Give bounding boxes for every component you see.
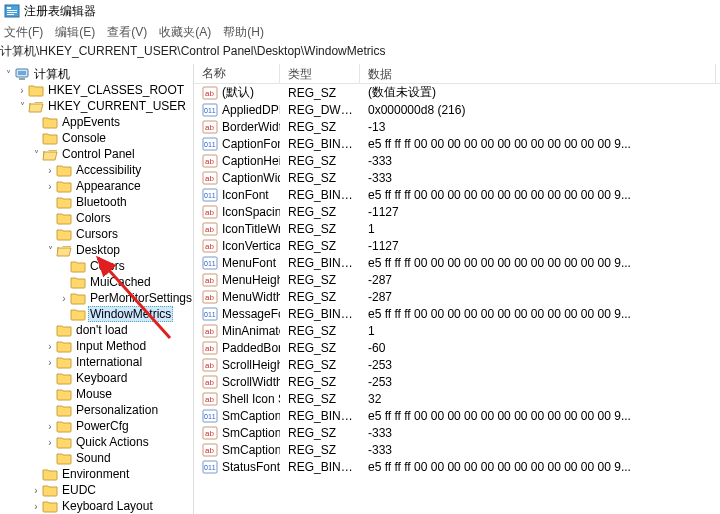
expand-toggle[interactable]: ˅	[44, 243, 56, 257]
value-name: SmCaptionWidth	[222, 443, 280, 457]
value-row[interactable]: 011AppliedDPIREG_DWORD0x000000d8 (216)	[194, 101, 720, 118]
tree-item[interactable]: Console	[2, 130, 193, 146]
string-icon: ab	[202, 272, 218, 288]
col-data[interactable]: 数据	[360, 64, 716, 83]
value-row[interactable]: 011CaptionFontREG_BINARYe5 ff ff ff 00 0…	[194, 135, 720, 152]
value-row[interactable]: 011StatusFontREG_BINARYe5 ff ff ff 00 00…	[194, 458, 720, 475]
menu-file[interactable]: 文件(F)	[4, 24, 43, 41]
value-row[interactable]: abMenuHeightREG_SZ-287	[194, 271, 720, 288]
folder-icon	[56, 195, 72, 209]
svg-text:ab: ab	[205, 429, 214, 438]
tree-item[interactable]: ›PowerCfg	[2, 418, 193, 434]
tree-item[interactable]: Keyboard	[2, 370, 193, 386]
tree-item[interactable]: ›HKEY_CLASSES_ROOT	[2, 82, 193, 98]
expand-toggle[interactable]: ›	[44, 339, 56, 353]
col-name[interactable]: 名称	[194, 64, 280, 83]
value-row[interactable]: 011MessageFontREG_BINARYe5 ff ff ff 00 0…	[194, 305, 720, 322]
tree-item[interactable]: Mouse	[2, 386, 193, 402]
value-row[interactable]: abSmCaptionHeig...REG_SZ-333	[194, 424, 720, 441]
tree-item[interactable]: ›International	[2, 354, 193, 370]
value-row[interactable]: 011SmCaptionFontREG_BINARYe5 ff ff ff 00…	[194, 407, 720, 424]
tree-pane[interactable]: ˅计算机›HKEY_CLASSES_ROOT˅HKEY_CURRENT_USER…	[0, 64, 194, 514]
tree-item[interactable]: ˅Desktop	[2, 242, 193, 258]
tree-root[interactable]: ˅计算机	[2, 66, 193, 82]
tree-item[interactable]: AppEvents	[2, 114, 193, 130]
value-row[interactable]: abPaddedBorder...REG_SZ-60	[194, 339, 720, 356]
value-row[interactable]: abShell Icon SizeREG_SZ32	[194, 390, 720, 407]
expand-toggle[interactable]: ˅	[30, 147, 42, 161]
expand-toggle[interactable]: ›	[44, 179, 56, 193]
tree-item[interactable]: ˅HKEY_CURRENT_USER	[2, 98, 193, 114]
value-row[interactable]: 011IconFontREG_BINARYe5 ff ff ff 00 00 0…	[194, 186, 720, 203]
folder-icon	[56, 371, 72, 385]
menu-view[interactable]: 查看(V)	[107, 24, 147, 41]
tree-item[interactable]: Sound	[2, 450, 193, 466]
value-row[interactable]: abIconVerticalSpa...REG_SZ-1127	[194, 237, 720, 254]
value-row[interactable]: 011MenuFontREG_BINARYe5 ff ff ff 00 00 0…	[194, 254, 720, 271]
expand-toggle[interactable]: ›	[44, 419, 56, 433]
svg-text:ab: ab	[205, 157, 214, 166]
value-type: REG_SZ	[280, 443, 360, 457]
value-name: StatusFont	[222, 460, 280, 474]
string-icon: ab	[202, 221, 218, 237]
expand-toggle[interactable]: ›	[44, 163, 56, 177]
tree-item[interactable]: ˅Control Panel	[2, 146, 193, 162]
value-row[interactable]: abIconSpacingREG_SZ-1127	[194, 203, 720, 220]
value-row[interactable]: abCaptionHeightREG_SZ-333	[194, 152, 720, 169]
svg-text:ab: ab	[205, 327, 214, 336]
col-type[interactable]: 类型	[280, 64, 360, 83]
menu-help[interactable]: 帮助(H)	[223, 24, 264, 41]
expand-toggle[interactable]: ˅	[16, 99, 28, 113]
expand-toggle[interactable]: ›	[44, 355, 56, 369]
value-name: IconFont	[222, 188, 269, 202]
tree-item[interactable]: Personalization	[2, 402, 193, 418]
value-row[interactable]: abBorderWidthREG_SZ-13	[194, 118, 720, 135]
menu-edit[interactable]: 编辑(E)	[55, 24, 95, 41]
value-name: PaddedBorder...	[222, 341, 280, 355]
expand-toggle[interactable]: ›	[30, 499, 42, 513]
value-row[interactable]: abMinAnimateREG_SZ1	[194, 322, 720, 339]
value-row[interactable]: abCaptionWidthREG_SZ-333	[194, 169, 720, 186]
address-bar[interactable]: 计算机\HKEY_CURRENT_USER\Control Panel\Desk…	[0, 42, 720, 64]
value-type: REG_SZ	[280, 426, 360, 440]
computer-icon	[14, 66, 30, 82]
folder-icon	[56, 435, 72, 449]
tree-item[interactable]: WindowMetrics	[2, 306, 193, 322]
menu-favorites[interactable]: 收藏夹(A)	[159, 24, 211, 41]
string-icon: ab	[202, 204, 218, 220]
expand-toggle[interactable]: ›	[16, 83, 28, 97]
folder-icon	[56, 419, 72, 433]
values-pane[interactable]: 名称 类型 数据 ab(默认)REG_SZ(数值未设置)011AppliedDP…	[194, 64, 720, 514]
tree-item[interactable]: MuiCached	[2, 274, 193, 290]
tree-item[interactable]: ›Keyboard Layout	[2, 498, 193, 514]
expand-toggle[interactable]: ›	[58, 291, 70, 305]
svg-text:011: 011	[204, 107, 216, 114]
value-row[interactable]: abIconTitleWrapREG_SZ1	[194, 220, 720, 237]
tree-item[interactable]: ›Appearance	[2, 178, 193, 194]
value-row[interactable]: abMenuWidthREG_SZ-287	[194, 288, 720, 305]
tree-item[interactable]: ›Accessibility	[2, 162, 193, 178]
expand-toggle[interactable]: ›	[44, 435, 56, 449]
expand-toggle[interactable]: ›	[30, 483, 42, 497]
value-row[interactable]: ab(默认)REG_SZ(数值未设置)	[194, 84, 720, 101]
value-row[interactable]: abScrollHeightREG_SZ-253	[194, 356, 720, 373]
tree-item[interactable]: Cursors	[2, 226, 193, 242]
value-data: -253	[360, 358, 716, 372]
tree-item[interactable]: don't load	[2, 322, 193, 338]
tree-item[interactable]: ›Quick Actions	[2, 434, 193, 450]
tree-item[interactable]: ›EUDC	[2, 482, 193, 498]
tree-item[interactable]: ›Input Method	[2, 338, 193, 354]
tree-item[interactable]: Environment	[2, 466, 193, 482]
tree-item[interactable]: Colors	[2, 258, 193, 274]
value-name: MessageFont	[222, 307, 280, 321]
svg-text:ab: ab	[205, 276, 214, 285]
value-type: REG_SZ	[280, 358, 360, 372]
tree-item[interactable]: ›PerMonitorSettings	[2, 290, 193, 306]
value-type: REG_SZ	[280, 392, 360, 406]
tree-item[interactable]: Colors	[2, 210, 193, 226]
value-row[interactable]: abScrollWidthREG_SZ-253	[194, 373, 720, 390]
tree-item[interactable]: Bluetooth	[2, 194, 193, 210]
expand-toggle[interactable]: ˅	[2, 67, 14, 81]
value-row[interactable]: abSmCaptionWidthREG_SZ-333	[194, 441, 720, 458]
svg-text:ab: ab	[205, 208, 214, 217]
